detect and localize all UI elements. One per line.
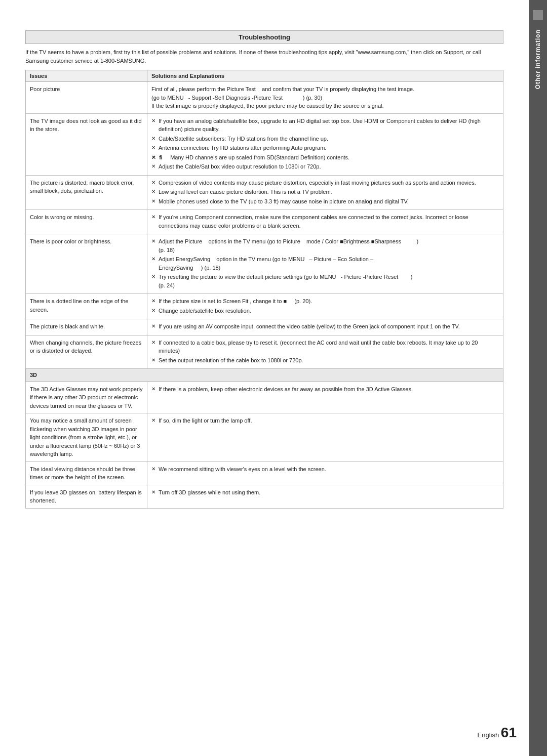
issue-cell: There is a dotted line on the edge of th…	[26, 294, 147, 319]
table-row: Color is wrong or missing. If you're usi…	[26, 210, 503, 234]
issue-cell: There is poor color or brightness.	[26, 234, 147, 294]
col-solutions: Solutions and Explanations	[147, 70, 503, 82]
footer-number: 61	[501, 725, 517, 740]
section-3d-header: 3D	[26, 369, 503, 382]
solution-cell: If the picture size is set to Screen Fit…	[147, 294, 503, 319]
issue-cell: The ideal viewing distance should be thr…	[26, 461, 147, 485]
table-row: Poor picture First of all, please perfor…	[26, 82, 503, 114]
solution-cell: Compression of video contents may cause …	[147, 175, 503, 210]
solution-cell: If connected to a cable box, please try …	[147, 335, 503, 369]
solution-cell: First of all, please perform the Picture…	[147, 82, 503, 114]
issue-cell: The picture is black and white.	[26, 319, 147, 335]
sidebar: Other information	[529, 0, 547, 756]
table-row: If you leave 3D glasses on, battery life…	[26, 485, 503, 508]
issue-cell: The 3D Active Glasses may not work prope…	[26, 382, 147, 413]
footer-text: English	[478, 731, 499, 739]
table-row: The TV image does not look as good as it…	[26, 113, 503, 175]
issue-cell: If you leave 3D glasses on, battery life…	[26, 485, 147, 508]
issue-cell: Poor picture	[26, 82, 147, 114]
table-row: The ideal viewing distance should be thr…	[26, 461, 503, 485]
solution-cell: If there is a problem, keep other electr…	[147, 382, 503, 413]
intro-text: If the TV seems to have a problem, first…	[25, 48, 503, 65]
solution-cell: If you are using an AV composite input, …	[147, 319, 503, 335]
main-content: Troubleshooting If the TV seems to have …	[0, 0, 529, 756]
solution-cell: Adjust the Picture options in the TV men…	[147, 234, 503, 294]
issue-cell: Color is wrong or missing.	[26, 210, 147, 234]
solution-cell: If you have an analog cable/satellite bo…	[147, 113, 503, 175]
table-row: When changing channels, the picture free…	[26, 335, 503, 369]
solution-cell: Turn off 3D glasses while not using them…	[147, 485, 503, 508]
issue-cell: You may notice a small amount of screen …	[26, 413, 147, 462]
col-issues: Issues	[26, 70, 147, 82]
issue-cell: When changing channels, the picture free…	[26, 335, 147, 369]
table-row: The picture is black and white. If you a…	[26, 319, 503, 335]
table-row: There is poor color or brightness. Adjus…	[26, 234, 503, 294]
issue-cell: The TV image does not look as good as it…	[26, 113, 147, 175]
table-row: The 3D Active Glasses may not work prope…	[26, 382, 503, 413]
footer: English 61	[478, 725, 517, 741]
table-row: The picture is distorted: macro block er…	[26, 175, 503, 210]
solution-cell: If so, dim the light or turn the lamp of…	[147, 413, 503, 462]
section-3d-label: 3D	[26, 369, 503, 382]
issue-cell: The picture is distorted: macro block er…	[26, 175, 147, 210]
sidebar-label: Other information	[534, 29, 541, 89]
trouble-table: Issues Solutions and Explanations Poor p…	[25, 70, 503, 509]
table-row: There is a dotted line on the edge of th…	[26, 294, 503, 319]
section-title: Troubleshooting	[25, 30, 503, 44]
sidebar-icon	[533, 10, 543, 20]
solution-cell: We recommend sitting with viewer's eyes …	[147, 461, 503, 485]
table-row: You may notice a small amount of screen …	[26, 413, 503, 462]
page-wrapper: Troubleshooting If the TV seems to have …	[0, 0, 547, 756]
solution-cell: If you're using Component connection, ma…	[147, 210, 503, 234]
